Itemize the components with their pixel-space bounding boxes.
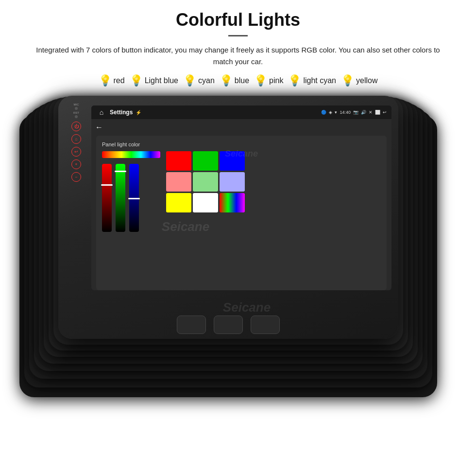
device-screen: ⌂ Settings ⚡ 🔵 ◈ ▾ 14:40 📷 🔊 ✕ ⬜ ↩ (91, 105, 391, 290)
color-cell-blue[interactable] (220, 151, 245, 171)
color-cell-rainbow[interactable] (220, 193, 245, 212)
color-item-blue: 💡 blue (220, 74, 249, 87)
color-cell-red[interactable] (166, 151, 191, 171)
color-cell-yellow[interactable] (166, 193, 191, 212)
color-item-light-cyan: 💡 light cyan (288, 74, 336, 87)
red-slider-handle (101, 184, 113, 186)
color-label-light-cyan: light cyan (303, 76, 336, 85)
description: Integrated with 7 colors of button indic… (29, 44, 447, 68)
page-container: Colorful Lights Integrated with 7 colors… (0, 0, 476, 457)
blue-slider-handle (128, 198, 140, 199)
page-title: Colorful Lights (176, 10, 300, 30)
color-list: 💡 red 💡 Light blue 💡 cyan 💡 blue 💡 pink … (99, 74, 378, 87)
color-item-red: 💡 red (99, 74, 125, 87)
mic-dot (75, 107, 78, 110)
bottom-controls (58, 316, 398, 334)
color-item-yellow: 💡 yellow (341, 74, 377, 87)
color-cell-light-blue[interactable] (220, 172, 245, 192)
status-bar-left: ⌂ Settings ⚡ (96, 107, 141, 118)
rst-dot (75, 115, 78, 118)
vol-up-red[interactable]: + (71, 159, 81, 169)
blue-slider[interactable] (129, 164, 139, 232)
device-area: MIC RST ⏻ ⌂ ↩ + (19, 96, 457, 407)
volume-icon: 🔊 (361, 110, 366, 115)
bottom-btn-1[interactable] (177, 316, 206, 334)
screen-content: ← Panel light color Seicane (91, 119, 391, 290)
yellow-bulb-icon: 💡 (341, 74, 354, 87)
light-blue-bulb-icon: 💡 (130, 74, 143, 87)
light-cyan-bulb-icon: 💡 (288, 74, 301, 87)
bluetooth-icon: 🔵 (321, 110, 326, 115)
settings-title: Settings (110, 109, 133, 116)
camera-icon: 📷 (353, 110, 358, 115)
color-item-cyan: 💡 cyan (183, 74, 215, 87)
wifi-icon: ▾ (335, 110, 337, 115)
color-cell-light-green[interactable] (193, 172, 218, 192)
browser-icon: ⬜ (375, 110, 380, 115)
divider (228, 35, 248, 36)
color-label-yellow: yellow (356, 76, 377, 85)
time-display: 14:40 (340, 110, 351, 115)
color-label-blue: blue (235, 76, 249, 85)
red-slider[interactable] (102, 164, 112, 232)
color-label-pink: pink (269, 76, 283, 85)
main-device: MIC RST ⏻ ⌂ ↩ + (58, 96, 398, 339)
home-btn-red[interactable]: ⌂ (71, 134, 81, 144)
vol-down-red[interactable]: − (71, 172, 81, 182)
color-label-light-blue: Light blue (145, 76, 178, 85)
color-item-pink: 💡 pink (254, 74, 283, 87)
color-cell-white[interactable] (193, 193, 218, 212)
color-label-cyan: cyan (198, 76, 215, 85)
color-cell-light-red[interactable] (166, 172, 191, 192)
power-btn-red[interactable]: ⏻ (71, 122, 81, 131)
back-button[interactable]: ← (95, 123, 103, 132)
cyan-bulb-icon: 💡 (183, 74, 196, 87)
blue-bulb-icon: 💡 (220, 74, 233, 87)
bottom-btn-3[interactable] (251, 316, 280, 334)
status-bar: ⌂ Settings ⚡ 🔵 ◈ ▾ 14:40 📷 🔊 ✕ ⬜ ↩ (91, 105, 391, 119)
color-grid (166, 151, 245, 242)
status-bar-right: 🔵 ◈ ▾ 14:40 📷 🔊 ✕ ⬜ ↩ (321, 110, 387, 115)
rst-label: RST (73, 111, 79, 114)
green-slider-handle (115, 171, 126, 172)
rgb-sliders (102, 164, 160, 242)
usb-icon: ⚡ (136, 110, 141, 115)
color-item-light-blue: 💡 Light blue (130, 74, 178, 87)
rainbow-bar (102, 151, 160, 158)
gps-icon: ◈ (329, 110, 332, 115)
color-settings-panel: Panel light color Seicane (96, 136, 387, 290)
back-nav-icon[interactable]: ↩ (383, 110, 387, 115)
back-btn-row: ← (91, 119, 391, 136)
color-label-red: red (114, 76, 125, 85)
mic-label: MIC (74, 103, 79, 106)
panel-title: Panel light color (102, 141, 381, 147)
close-icon[interactable]: ✕ (369, 110, 373, 115)
pink-bulb-icon: 💡 (254, 74, 267, 87)
home-icon[interactable]: ⌂ (96, 107, 107, 118)
color-cell-green[interactable] (193, 151, 218, 171)
back-btn-red[interactable]: ↩ (71, 147, 81, 157)
color-panel-content (102, 151, 381, 242)
green-slider[interactable] (116, 164, 125, 232)
bottom-btn-2[interactable] (214, 316, 243, 334)
red-bulb-icon: 💡 (99, 74, 112, 87)
